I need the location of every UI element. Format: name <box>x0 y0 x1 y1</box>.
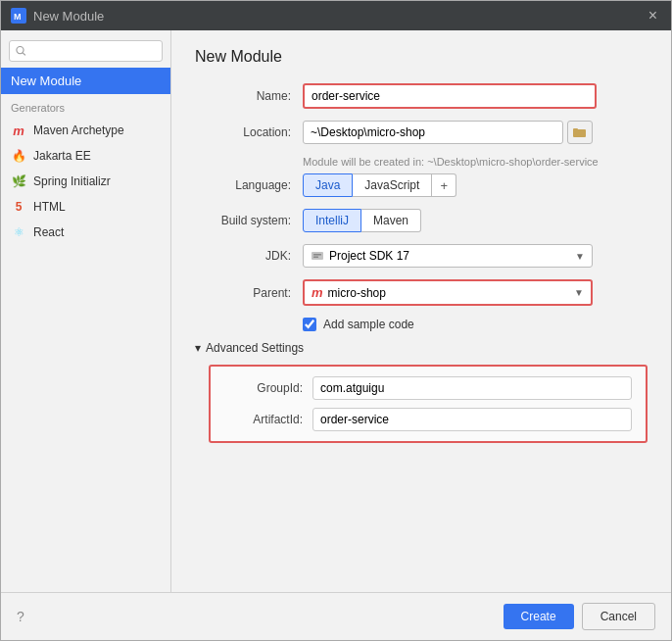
svg-rect-6 <box>312 252 323 260</box>
build-maven-button[interactable]: Maven <box>361 209 421 232</box>
location-field-group <box>303 121 593 144</box>
parent-dropdown[interactable]: m micro-shop ▼ <box>303 279 593 306</box>
location-hint: Module will be created in: ~\Desktop\mic… <box>303 156 648 168</box>
group-id-row: GroupId: <box>224 376 632 400</box>
sample-code-checkbox[interactable] <box>303 318 316 331</box>
sidebar-item-label-html: HTML <box>33 200 66 214</box>
folder-icon <box>573 126 587 138</box>
parent-maven-icon: m <box>312 285 323 300</box>
svg-line-3 <box>23 53 25 56</box>
advanced-settings-header[interactable]: ▾ Advanced Settings <box>195 341 648 355</box>
cancel-button[interactable]: Cancel <box>582 603 655 630</box>
generators-label: Generators <box>1 94 170 118</box>
dialog-footer: ? Create Cancel <box>1 592 671 640</box>
jdk-select-group: Project SDK 17 ▼ <box>303 244 593 268</box>
sidebar-item-jakarta-ee[interactable]: 🔥 Jakarta EE <box>1 143 170 169</box>
language-row: Language: Java JavaScript + <box>195 173 648 197</box>
parent-value: micro-shop <box>328 286 386 300</box>
sidebar-item-label-spring: Spring Initializr <box>33 174 111 188</box>
jdk-value-inner: Project SDK 17 <box>311 249 409 263</box>
jdk-value: Project SDK 17 <box>329 249 409 263</box>
jdk-chevron-icon: ▼ <box>575 251 585 262</box>
html-icon: 5 <box>11 199 26 215</box>
artifact-id-label: ArtifactId: <box>224 413 312 426</box>
page-title: New Module <box>195 48 648 66</box>
build-intellij-button[interactable]: IntelliJ <box>303 209 361 232</box>
collapse-icon: ▾ <box>195 341 201 355</box>
sidebar-item-html[interactable]: 5 HTML <box>1 194 170 220</box>
sidebar-item-label-react: React <box>33 225 64 239</box>
svg-rect-5 <box>573 128 578 131</box>
jdk-row: JDK: Project SDK 17 ▼ <box>195 244 648 268</box>
sidebar-active-new-module[interactable]: New Module <box>1 68 170 94</box>
sidebar-item-spring-initializr[interactable]: 🌿 Spring Initializr <box>1 169 170 194</box>
build-system-label: Build system: <box>195 214 303 227</box>
name-input[interactable] <box>303 83 597 109</box>
parent-label: Parent: <box>195 286 303 300</box>
parent-row: Parent: m micro-shop ▼ <box>195 279 648 306</box>
maven-icon: m <box>11 123 26 138</box>
svg-rect-8 <box>313 257 318 259</box>
advanced-fields-group: GroupId: ArtifactId: <box>209 365 648 443</box>
spring-icon: 🌿 <box>11 173 26 189</box>
title-bar: M New Module × <box>1 1 671 30</box>
close-button[interactable]: × <box>645 6 661 25</box>
build-options: IntelliJ Maven <box>303 209 421 232</box>
dialog-title: New Module <box>33 9 104 24</box>
artifact-id-row: ArtifactId: <box>224 408 632 431</box>
sample-code-label[interactable]: Add sample code <box>323 318 414 331</box>
language-java-button[interactable]: Java <box>303 173 353 197</box>
parent-chevron-icon: ▼ <box>574 287 584 298</box>
app-icon: M <box>11 8 26 24</box>
artifact-id-input[interactable] <box>312 408 632 431</box>
sample-code-row: Add sample code <box>303 318 648 331</box>
svg-text:M: M <box>14 12 22 22</box>
sdk-icon <box>311 250 324 262</box>
create-button[interactable]: Create <box>504 604 574 629</box>
react-icon: ⚛ <box>11 224 26 240</box>
location-input[interactable] <box>303 121 563 144</box>
jdk-dropdown[interactable]: Project SDK 17 ▼ <box>303 244 593 268</box>
language-label: Language: <box>195 178 303 192</box>
sidebar: New Module Generators m Maven Archetype … <box>1 30 171 592</box>
sidebar-item-label-jee: Jakarta EE <box>33 149 91 163</box>
svg-point-2 <box>17 47 24 54</box>
build-system-row: Build system: IntelliJ Maven <box>195 209 648 232</box>
sidebar-item-label-maven: Maven Archetype <box>33 123 124 137</box>
help-button[interactable]: ? <box>17 609 24 624</box>
name-label: Name: <box>195 89 303 103</box>
jee-icon: 🔥 <box>11 148 26 164</box>
jdk-label: JDK: <box>195 249 303 263</box>
title-bar-left: M New Module <box>11 8 104 24</box>
dialog-body: New Module Generators m Maven Archetype … <box>1 30 671 592</box>
group-id-input[interactable] <box>312 376 632 400</box>
svg-rect-7 <box>313 254 321 256</box>
parent-value-inner: m micro-shop <box>312 285 386 300</box>
sidebar-item-react[interactable]: ⚛ React <box>1 220 170 245</box>
search-icon <box>16 45 26 57</box>
location-label: Location: <box>195 125 303 139</box>
language-options: Java JavaScript + <box>303 173 456 197</box>
sidebar-item-maven-archetype[interactable]: m Maven Archetype <box>1 118 170 143</box>
main-content: New Module Name: Location: <box>171 30 671 592</box>
language-javascript-button[interactable]: JavaScript <box>353 173 432 197</box>
name-row: Name: <box>195 83 648 109</box>
location-row: Location: <box>195 121 648 144</box>
new-module-dialog: M New Module × New Module Generators m M… <box>0 0 672 641</box>
browse-folder-button[interactable] <box>567 121 593 144</box>
search-box[interactable] <box>9 40 163 62</box>
language-add-button[interactable]: + <box>432 173 456 197</box>
group-id-label: GroupId: <box>224 381 312 395</box>
advanced-section: ▾ Advanced Settings GroupId: ArtifactId: <box>195 341 648 443</box>
search-input[interactable] <box>30 44 156 58</box>
advanced-title: Advanced Settings <box>206 341 304 355</box>
